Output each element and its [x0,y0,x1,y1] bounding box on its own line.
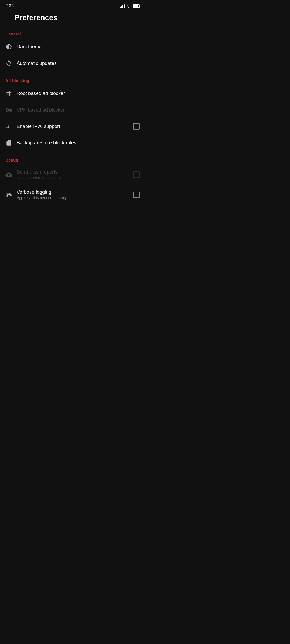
pref-item-automatic-updates[interactable]: Automatic updates [0,55,145,72]
ipv6-icon: ::1 [5,125,17,128]
crash-reports-checkbox [133,171,140,178]
bug-icon [5,191,17,198]
section-header-general: General [0,27,145,38]
upload-icon [5,171,17,178]
hash-icon [5,90,17,97]
status-bar: 2:36 [0,0,145,11]
battery-icon [133,4,140,8]
status-time: 2:36 [5,3,14,8]
pref-item-dark-theme[interactable]: Dark theme [0,38,145,55]
ipv6-checkbox[interactable] [133,123,140,130]
ipv6-title: Enable IPv6 support [17,124,133,129]
section-debug: Debug Send crash reports Not supported o… [0,153,145,205]
wifi-icon [126,4,131,8]
pref-item-vpn-ad-blocker: VPN based ad blocker [0,102,145,118]
pref-item-verbose-logging[interactable]: Verbose logging App restart is needed to… [0,185,145,205]
key-icon [5,107,17,114]
sd-icon [5,139,17,146]
automatic-updates-title: Automatic updates [17,61,140,66]
toolbar: ← Preferences [0,11,145,27]
root-ad-blocker-title: Root based ad blocker [17,91,140,96]
crash-reports-subtitle: Not supported on this build [17,175,133,180]
verbose-logging-checkbox[interactable] [133,192,140,198]
back-button[interactable]: ← [4,14,10,21]
divider-1 [0,73,145,73]
pref-item-backup-restore[interactable]: Backup / restore block rules [0,134,145,151]
backup-restore-title: Backup / restore block rules [17,140,140,146]
crash-reports-title: Send crash reports [17,169,133,175]
pref-item-root-ad-blocker[interactable]: Root based ad blocker [0,85,145,102]
brightness-icon [5,43,17,50]
verbose-logging-subtitle: App restart is needed to apply [17,196,133,200]
section-general: General Dark theme Automatic updates [0,27,145,72]
verbose-logging-title: Verbose logging [17,189,133,195]
vpn-ad-blocker-title: VPN based ad blocker [17,107,140,113]
page-title: Preferences [15,13,57,22]
refresh-icon [5,60,17,67]
section-header-debug: Debug [0,153,145,164]
divider-2 [0,152,145,152]
section-ad-blocking: Ad blocking Root based ad blocker VPN ba… [0,74,145,151]
section-header-ad-blocking: Ad blocking [0,74,145,85]
pref-item-crash-reports: Send crash reports Not supported on this… [0,164,145,185]
dark-theme-title: Dark theme [17,44,140,50]
pref-item-ipv6-support[interactable]: ::1 Enable IPv6 support [0,118,145,134]
signal-icon [120,4,125,8]
status-icons [120,4,140,8]
